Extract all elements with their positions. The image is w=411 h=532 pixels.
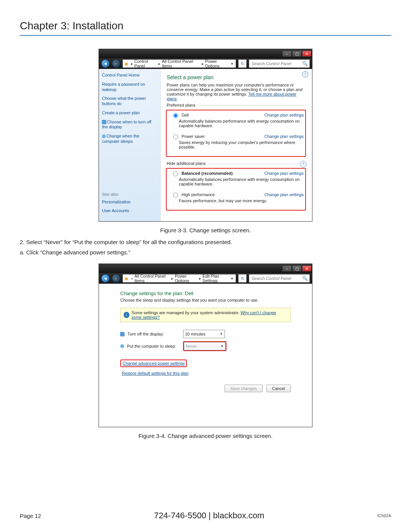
search-box[interactable]: 🔍 [249,59,310,68]
change-plan-settings-link[interactable]: Change plan settings [264,171,304,176]
window-titlebar: – ▢ ✕ [99,49,312,58]
display-icon [120,332,124,336]
breadcrumb-item[interactable]: Control Panel [134,59,157,68]
plan-name: Balanced (recommended) [182,171,233,176]
plan-radio-saver[interactable] [173,134,178,139]
plan-desc: Favors performance, but may use more ene… [179,198,304,203]
collapse-icon[interactable]: ˄ [300,161,307,168]
highlight-box: Never▼ [183,341,226,351]
breadcrumb-item[interactable]: Power Options [175,274,198,283]
display-icon [102,120,106,124]
sidebar-link-user-accounts[interactable]: User Accounts [102,208,157,214]
plan-radio-dell[interactable] [173,113,178,118]
model-number: IC502A [377,513,391,518]
page-title: Select a power plan [167,74,306,80]
maximize-button[interactable]: ▢ [292,51,301,57]
main-panel: Change settings for the plan: Dell Choos… [99,284,312,427]
help-icon[interactable]: ? [302,71,308,77]
refresh-button[interactable]: ↻ [238,274,247,283]
breadcrumb-item[interactable]: Power Options [205,59,230,68]
intro-text: Power plans can help you maximize your c… [167,83,306,101]
sidebar-link-password[interactable]: Require a password on wakeup [102,82,157,93]
search-icon[interactable]: 🔍 [302,61,308,66]
admin-info-banner: i Some settings are managed by your syst… [120,308,291,322]
plan-radio-high[interactable] [173,193,178,198]
search-input[interactable] [251,276,301,281]
plan-name: Power saver [182,134,205,139]
minimize-button[interactable]: – [282,51,292,57]
back-button[interactable]: ◄ [101,274,110,283]
page-footer: Page 12 724-746-5500 | blackbox.com IC50… [20,511,391,521]
sidebar-link-sleep[interactable]: Change when the computer sleeps [102,134,157,144]
turn-off-display-select[interactable]: 10 minutes▼ [183,330,225,338]
back-button[interactable]: ◄ [101,59,110,68]
forward-button[interactable]: ► [112,59,120,68]
plan-radio-balanced[interactable] [173,171,178,176]
figure-caption-3-4: Figure 3-4. Change advanced power settin… [20,433,391,439]
sidebar-link-personalization[interactable]: Personalization [102,200,157,205]
page-number: Page 12 [20,513,41,519]
put-to-sleep-label: Put the computer to sleep: [120,344,179,348]
preferred-plans-label: Preferred plans [167,103,198,107]
moon-icon [102,134,106,138]
highlight-box: Dell Change plan settings Automatically … [166,110,306,157]
put-to-sleep-select[interactable]: Never▼ [184,342,226,350]
plan-desc: Automatically balances performance with … [179,119,304,128]
info-icon: i [124,312,129,318]
cancel-button[interactable]: Cancel [266,385,291,392]
chevron-down-icon: ▼ [220,332,223,336]
breadcrumb-item[interactable]: All Control Panel Items [162,59,200,68]
maximize-button[interactable]: ▢ [292,265,301,272]
page-subtitle: Choose the sleep and display settings th… [120,298,291,302]
moon-icon [120,344,124,348]
sidebar: Control Panel Home Require a password on… [99,69,161,221]
plan-name: Dell [182,113,189,117]
screenshot-edit-plan: – ▢ ✕ ◄ ► ▣ « All Control Panel Items ▸ … [99,264,312,427]
hide-plans-label: Hide additional plans [167,161,208,166]
page-title: Change settings for the plan: Dell [120,291,291,296]
breadcrumb[interactable]: ▣ « All Control Panel Items ▸ Power Opti… [123,274,236,283]
minimize-button[interactable]: – [282,265,292,272]
change-plan-settings-link[interactable]: Change plan settings [264,192,304,197]
breadcrumb-item[interactable]: All Control Panel Items [134,274,170,283]
search-icon[interactable]: 🔍 [302,276,308,281]
turn-off-display-label: Turn off the display: [120,332,179,336]
forward-button[interactable]: ► [112,274,120,283]
change-plan-settings-link[interactable]: Change plan settings [264,113,304,117]
address-bar: ◄ ► ▣ ▸ Control Panel ▸ All Control Pane… [99,58,312,69]
address-bar: ◄ ► ▣ « All Control Panel Items ▸ Power … [99,273,312,284]
step-2-text: 2. Select “Never” for “Put the computer … [20,238,391,247]
see-also-label: See also [102,192,157,197]
plan-desc: Saves energy by reducing your computer's… [179,140,304,149]
change-plan-settings-link[interactable]: Change plan settings [264,134,304,139]
chapter-heading: Chapter 3: Installation [20,20,391,36]
sidebar-link-buttons[interactable]: Choose what the power buttons do [102,96,157,107]
window-titlebar: – ▢ ✕ [99,264,312,273]
step-2a-text: a. Click “Change advanced power settings… [20,248,391,257]
refresh-button[interactable]: ↻ [238,59,247,68]
sidebar-link-create-plan[interactable]: Create a power plan [102,110,157,116]
restore-defaults-link[interactable]: Restore default settings for this plan [120,370,190,376]
screenshot-power-options: – ▢ ✕ ◄ ► ▣ ▸ Control Panel ▸ All Contro… [99,49,312,222]
search-input[interactable] [251,61,301,66]
search-box[interactable]: 🔍 [249,274,310,283]
chevron-down-icon: ▼ [220,344,224,348]
change-advanced-link[interactable]: Change advanced power settings [121,360,186,366]
plan-name: High performance [182,192,215,197]
save-changes-button[interactable]: Save changes [225,385,263,392]
plan-desc: Automatically balances performance with … [179,177,304,186]
highlight-box: Change advanced power settings [120,359,187,367]
highlight-box: Balanced (recommended) Change plan setti… [166,168,306,211]
close-button[interactable]: ✕ [302,265,311,272]
additional-plans-group: Hide additional plans ˄ Balanced (recomm… [167,164,306,211]
sidebar-home[interactable]: Control Panel Home [102,73,157,78]
close-button[interactable]: ✕ [302,51,311,57]
preferred-plans-group: Preferred plans Dell Change plan setting… [167,105,306,157]
main-panel: ? Select a power plan Power plans can he… [161,69,312,221]
footer-contact: 724-746-5500 | blackbox.com [41,511,377,521]
breadcrumb[interactable]: ▣ ▸ Control Panel ▸ All Control Panel It… [123,59,236,68]
breadcrumb-item[interactable]: Edit Plan Settings [202,274,230,283]
figure-caption-3-3: Figure 3-3. Change settings screen. [20,227,391,233]
sidebar-link-display[interactable]: Choose when to turn off the display [102,120,157,130]
